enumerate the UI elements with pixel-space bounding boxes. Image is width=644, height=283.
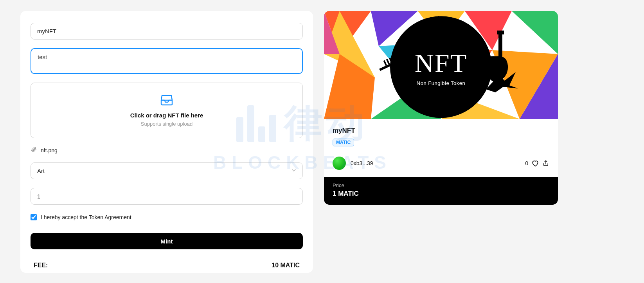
svg-rect-19 (497, 31, 504, 34)
category-select[interactable]: Art (31, 162, 303, 179)
svg-rect-15 (383, 60, 387, 66)
attached-file-name: nft.png (41, 147, 58, 153)
category-selected-value: Art (37, 168, 45, 174)
owner-address: 0xb3...39 (351, 160, 373, 166)
nft-logo-text: NFT (415, 48, 467, 79)
nft-name-input[interactable] (31, 23, 303, 40)
owner-row: 0xb3...39 (333, 157, 373, 170)
agreement-label: I hereby accept the Token Agreement (41, 214, 131, 220)
inbox-icon (160, 94, 173, 107)
svg-rect-16 (386, 59, 390, 64)
heart-icon[interactable] (531, 159, 539, 167)
preview-title: myNFT (333, 127, 549, 135)
nft-preview-image: NFT Non Fungible Token (324, 11, 558, 119)
chevron-down-icon (291, 168, 296, 174)
nft-description-textarea[interactable]: test (31, 48, 303, 74)
fee-value: 10 MATIC (272, 262, 300, 269)
dropzone-subtitle: Supports single upload (141, 121, 192, 127)
likes-count: 0 (525, 160, 528, 166)
agreement-row: I hereby accept the Token Agreement (31, 213, 303, 220)
nft-preview-card: NFT Non Fungible Token myNFT MATIC 0xb3.… (324, 11, 558, 205)
price-bar: Price 1 MATIC (324, 177, 558, 205)
nft-logo-circle: NFT Non Fungible Token (390, 16, 492, 118)
price-label: Price (333, 182, 549, 188)
svg-marker-4 (512, 11, 558, 54)
share-icon[interactable] (542, 159, 549, 167)
agreement-checkbox[interactable] (31, 214, 37, 220)
fee-label: FEE: (34, 262, 48, 269)
price-value: 1 MATIC (333, 190, 549, 198)
dropzone-title: Click or drag NFT file here (130, 112, 203, 119)
fee-row: FEE: 10 MATIC (31, 258, 303, 269)
paperclip-icon (31, 147, 37, 154)
file-dropzone[interactable]: Click or drag NFT file here Supports sin… (31, 83, 303, 138)
nft-logo-subtitle: Non Fungible Token (417, 80, 465, 86)
svg-rect-18 (498, 32, 502, 59)
quantity-input[interactable] (31, 188, 303, 205)
mint-form-card: test Click or drag NFT file here Support… (20, 11, 313, 273)
chain-badge: MATIC (333, 139, 354, 146)
attached-file-row: nft.png (31, 147, 303, 154)
owner-avatar (333, 157, 346, 170)
mint-button[interactable]: Mint (31, 233, 303, 249)
